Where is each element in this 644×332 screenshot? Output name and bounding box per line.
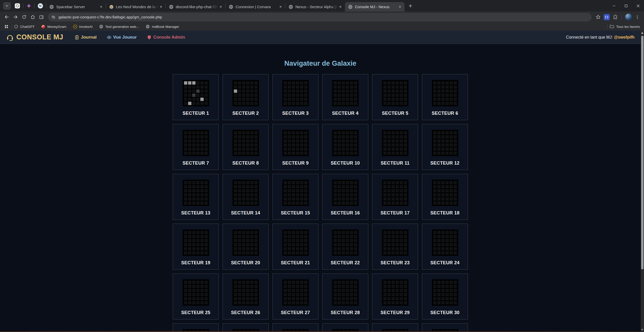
sector-card[interactable]: SECTEUR 33 <box>272 323 318 332</box>
minimap-cell <box>433 135 436 139</box>
tab-2[interactable]: Les Neuf Mondes de la Mythol × <box>106 2 166 12</box>
sector-card[interactable]: SECTEUR 22 <box>322 224 368 270</box>
reload-button[interactable] <box>20 13 28 21</box>
scrollbar-thumb[interactable] <box>641 36 643 269</box>
sector-card[interactable]: SECTEUR 30 <box>422 273 468 319</box>
all-bookmarks-button[interactable]: Tous les favoris <box>610 24 640 29</box>
browser-tab-strip: W Spacebar Server × Les Neuf Mondes de l… <box>0 0 644 12</box>
sector-card[interactable]: SECTEUR 18 <box>422 174 468 220</box>
sector-card[interactable]: SECTEUR 8 <box>223 124 269 170</box>
sector-card[interactable]: SECTEUR 6 <box>422 74 468 120</box>
sector-card[interactable]: SECTEUR 10 <box>322 124 368 170</box>
minimap-cell <box>392 139 395 143</box>
sector-card[interactable]: SECTEUR 15 <box>272 174 318 220</box>
tab-close-icon[interactable]: × <box>218 4 223 9</box>
tab-5[interactable]: Nexus - Secteur Alpha [G1] × <box>285 2 345 12</box>
browser-menu-button[interactable] <box>633 13 642 21</box>
tab-1[interactable]: Spacebar Server × <box>46 2 106 12</box>
new-tab-button[interactable] <box>407 2 414 10</box>
bookmark-item[interactable]: Text generation web... <box>99 25 139 29</box>
scrollbar-up-arrow[interactable] <box>641 32 643 34</box>
sector-card[interactable]: SECTEUR 3 <box>272 74 318 120</box>
tab-3[interactable]: discord-like-php-chat-7262.dev × <box>166 2 225 12</box>
tab-close-icon[interactable]: × <box>158 4 164 9</box>
extensions-button[interactable] <box>611 13 620 21</box>
sector-card[interactable]: SECTEUR 2 <box>223 74 269 120</box>
forward-button[interactable] <box>11 13 20 21</box>
minimap-cell <box>441 143 445 147</box>
sector-card[interactable]: SECTEUR 1 <box>173 74 219 120</box>
window-maximize-button[interactable] <box>620 0 632 12</box>
sector-card[interactable]: SECTEUR 28 <box>322 273 368 319</box>
sector-card[interactable]: SECTEUR 25 <box>173 273 219 319</box>
back-button[interactable] <box>2 13 11 21</box>
sector-card[interactable]: SECTEUR 24 <box>422 224 468 270</box>
tab-4[interactable]: Connexion | Corvara × <box>226 2 285 12</box>
home-button[interactable] <box>28 13 37 21</box>
sector-card[interactable]: SECTEUR 13 <box>173 174 219 220</box>
sector-card[interactable]: SECTEUR 17 <box>372 174 418 220</box>
minimap-cell <box>188 285 191 288</box>
address-bar[interactable]: galactic-pve-conquest-c7fe.dev.flatlogic… <box>48 13 592 21</box>
sector-card[interactable]: SECTEUR 26 <box>223 273 269 319</box>
svg-text:W: W <box>39 4 42 8</box>
sector-card[interactable]: SECTEUR 4 <box>322 74 368 120</box>
minimap-cell <box>200 143 204 147</box>
sector-card[interactable]: SECTEUR 5 <box>372 74 418 120</box>
page-scrollbar[interactable] <box>641 31 644 332</box>
sector-card[interactable]: SECTEUR 7 <box>173 124 219 170</box>
profile-avatar[interactable] <box>625 14 632 20</box>
tab-close-icon[interactable]: × <box>99 4 104 9</box>
tab-6[interactable]: Console MJ - Nexus × <box>345 2 405 12</box>
sector-card[interactable]: SECTEUR 21 <box>272 224 318 270</box>
minimap-cell <box>450 81 453 85</box>
minimap-cell <box>450 289 453 292</box>
sector-card[interactable]: SECTEUR 35 <box>372 323 418 332</box>
sector-card[interactable]: SECTEUR 16 <box>322 174 368 220</box>
sector-card[interactable]: SECTEUR 23 <box>372 224 418 270</box>
bookmark-star-button[interactable] <box>594 13 602 21</box>
minimap-cell <box>250 143 254 147</box>
scrollbar-down-arrow[interactable] <box>641 329 643 331</box>
sector-card[interactable]: SECTEUR 9 <box>272 124 318 170</box>
apps-grid-button[interactable] <box>3 23 10 30</box>
sector-card[interactable]: SECTEUR 27 <box>272 273 318 319</box>
minimap-cell <box>400 102 403 105</box>
bookmark-item[interactable]: MoneyGram <box>41 25 66 29</box>
sector-card[interactable]: SECTEUR 36 <box>422 323 468 332</box>
tab-search-button[interactable] <box>3 2 11 10</box>
window-minimize-button[interactable] <box>608 0 620 12</box>
sector-card[interactable]: SECTEUR 20 <box>223 224 269 270</box>
pinned-tab-gemini[interactable] <box>23 2 34 10</box>
tab-close-icon[interactable]: × <box>278 4 283 9</box>
sector-card[interactable]: SECTEUR 14 <box>223 174 269 220</box>
sector-card[interactable]: SECTEUR 32 <box>223 323 269 332</box>
sector-card[interactable]: SECTEUR 19 <box>173 224 219 270</box>
window-close-button[interactable] <box>632 0 644 12</box>
pinned-tab-wordpress[interactable]: W <box>35 2 46 10</box>
sector-card[interactable]: SECTEUR 34 <box>322 323 368 332</box>
sector-card[interactable]: SECTEUR 11 <box>372 124 418 170</box>
minimap-cell <box>437 131 441 134</box>
sector-card[interactable]: SECTEUR 31 <box>173 323 219 332</box>
pinned-extension-icon[interactable] <box>603 14 610 21</box>
site-info-icon[interactable] <box>50 14 57 21</box>
tab-close-icon[interactable]: × <box>338 4 343 9</box>
bookmark-item[interactable]: InvokeAI <box>73 25 93 29</box>
bookmark-item[interactable]: mdBook Manager <box>146 25 179 29</box>
sector-card[interactable]: SECTEUR 12 <box>422 124 468 170</box>
tab-close-icon[interactable]: × <box>397 4 402 9</box>
nav-item-vue-joueur[interactable]: Vue Joueur <box>107 35 137 40</box>
minimap-cell <box>246 235 249 238</box>
bookmark-item[interactable]: ChatGPT <box>14 25 34 29</box>
nav-item-console-admin[interactable]: Console Admin <box>147 35 185 40</box>
minimap-cell <box>204 197 208 201</box>
minimap-cell <box>441 285 445 288</box>
sector-card[interactable]: SECTEUR 29 <box>372 273 418 319</box>
pinned-tab-chatgpt[interactable] <box>12 2 23 10</box>
minimap-cell <box>433 235 436 238</box>
side-panel-button[interactable] <box>37 13 46 21</box>
nav-item-journal[interactable]: Journal <box>75 35 97 40</box>
minimap-cell <box>396 131 399 134</box>
minimap-cell <box>254 193 258 197</box>
